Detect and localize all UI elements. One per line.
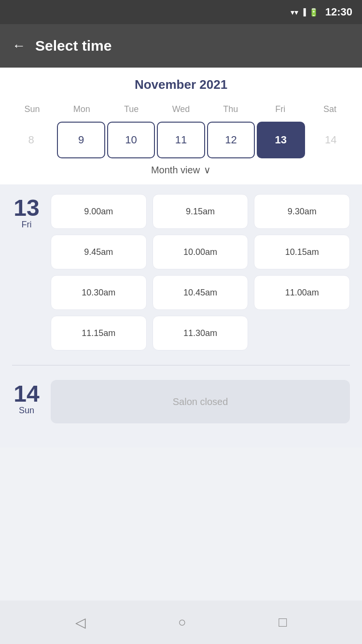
slot-1000am[interactable]: 10.00am	[153, 235, 249, 269]
weekday-wed: Wed	[156, 102, 206, 117]
weekday-sat: Sat	[305, 102, 355, 117]
day-13-slots: 9.00am 9.15am 9.30am 9.45am 10.00am 10.1…	[51, 194, 350, 350]
month-view-toggle[interactable]: Month view ∨	[7, 158, 355, 180]
day-8: 8	[7, 122, 55, 158]
slot-900am[interactable]: 9.00am	[51, 194, 147, 229]
month-title: November 2021	[7, 77, 355, 92]
salon-closed-label: Salon closed	[173, 396, 228, 407]
wifi-icon: ▾▾	[291, 8, 298, 17]
calendar-section: November 2021 Sun Mon Tue Wed Thu Fri Sa…	[0, 68, 362, 184]
nav-home-icon[interactable]: ○	[178, 615, 186, 630]
weekday-sun: Sun	[7, 102, 57, 117]
weekdays-row: Sun Mon Tue Wed Thu Fri Sat	[7, 102, 355, 117]
days-row: 8 9 10 11 12 13 14	[7, 122, 355, 158]
day-13-label: 13 Fri	[12, 194, 41, 350]
nav-back-icon[interactable]: ◁	[75, 615, 86, 630]
weekday-mon: Mon	[57, 102, 107, 117]
slot-915am[interactable]: 9.15am	[153, 194, 249, 229]
slot-1115am[interactable]: 11.15am	[51, 316, 147, 350]
day-14-name: Sun	[19, 406, 34, 416]
weekday-tue: Tue	[107, 102, 156, 117]
day-9[interactable]: 9	[57, 122, 105, 158]
slot-1030am[interactable]: 10.30am	[51, 275, 147, 310]
day-14-block: 14 Sun Salon closed	[12, 380, 350, 423]
status-time: 12:30	[325, 6, 352, 18]
slot-930am[interactable]: 9.30am	[254, 194, 350, 229]
slot-1015am[interactable]: 10.15am	[254, 235, 350, 269]
page-title: Select time	[35, 38, 111, 54]
salon-closed-block: Salon closed	[51, 380, 350, 423]
back-button[interactable]: ←	[12, 38, 26, 54]
day-13-number: 13	[14, 196, 39, 220]
day-13[interactable]: 13	[257, 122, 305, 158]
slot-1130am[interactable]: 11.30am	[153, 316, 249, 350]
day-11[interactable]: 11	[157, 122, 205, 158]
day-14-label: 14 Sun	[12, 380, 41, 423]
nav-bar: ◁ ○ □	[0, 601, 362, 644]
nav-recents-icon[interactable]: □	[278, 615, 287, 630]
weekday-fri: Fri	[255, 102, 305, 117]
weekday-thu: Thu	[206, 102, 255, 117]
status-icons: ▾▾ ▐ 🔋 12:30	[291, 6, 352, 18]
day-14-number: 14	[14, 382, 39, 406]
day-13-name: Fri	[22, 220, 32, 230]
day-14: 14	[307, 122, 355, 158]
month-view-label: Month view	[151, 165, 200, 176]
signal-icon: ▐	[301, 8, 306, 16]
day-divider	[12, 365, 350, 365]
day-12[interactable]: 12	[207, 122, 255, 158]
chevron-down-icon: ∨	[204, 164, 211, 176]
slot-1045am[interactable]: 10.45am	[153, 275, 249, 310]
day-13-block: 13 Fri 9.00am 9.15am 9.30am 9.45am 10.00…	[12, 194, 350, 350]
battery-icon: 🔋	[309, 8, 319, 17]
timeslots-section: 13 Fri 9.00am 9.15am 9.30am 9.45am 10.00…	[0, 184, 362, 448]
slot-945am[interactable]: 9.45am	[51, 235, 147, 269]
header: ← Select time	[0, 24, 362, 68]
slot-1100am[interactable]: 11.00am	[254, 275, 350, 310]
day-10[interactable]: 10	[107, 122, 155, 158]
status-bar: ▾▾ ▐ 🔋 12:30	[0, 0, 362, 24]
